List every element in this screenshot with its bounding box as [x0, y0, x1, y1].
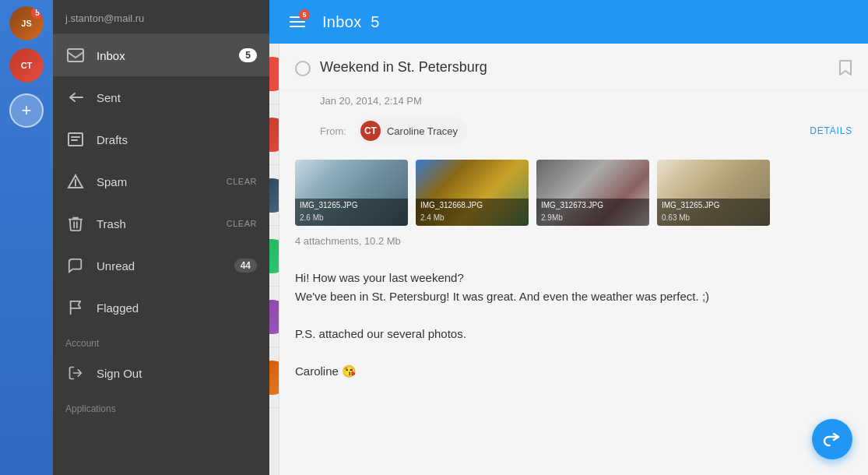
- spam-icon: [65, 171, 86, 192]
- user-avatar-1[interactable]: JS 5: [9, 6, 44, 40]
- menu-badge: 5: [299, 9, 310, 20]
- list-item-6[interactable]: [269, 347, 279, 408]
- list-item-2[interactable]: [269, 104, 279, 165]
- list-item-5[interactable]: [269, 287, 279, 347]
- sender-avatar: CT: [360, 121, 381, 141]
- sidebar-item-sent[interactable]: Sent: [53, 76, 269, 118]
- trash-clear-button[interactable]: CLEAR: [227, 219, 257, 228]
- trash-icon: [65, 213, 86, 234]
- unread-label: Unread: [97, 259, 234, 273]
- svg-rect-0: [68, 49, 83, 62]
- attachment-4[interactable]: IMG_31265.JPG 0.63 Mb: [657, 160, 770, 226]
- email-body: Hi! How was your last weekend? We've bee…: [279, 256, 868, 396]
- unread-badge: 44: [234, 259, 257, 273]
- reply-fab-button[interactable]: [812, 419, 852, 459]
- avatar-strip: JS 5 CT +: [0, 0, 53, 475]
- sidebar-item-signout[interactable]: Sign Out: [53, 352, 269, 394]
- attachment-1-filename: IMG_31265.JPG: [300, 201, 403, 209]
- list-item-4[interactable]: [269, 226, 279, 287]
- flagged-icon: [65, 297, 86, 318]
- attachment-2-filename: IMG_312668.JPG: [420, 201, 524, 209]
- inbox-label: Inbox: [97, 49, 239, 62]
- sidebar-item-unread[interactable]: Unread 44: [53, 245, 269, 287]
- signout-label: Sign Out: [97, 367, 257, 380]
- menu-button[interactable]: 5: [282, 6, 313, 37]
- attachment-2-size: 2.4 Mb: [420, 213, 445, 222]
- email-from-row: From: CT Caroline Tracey DETAILS: [279, 113, 868, 153]
- drafts-label: Drafts: [97, 133, 257, 146]
- sent-label: Sent: [97, 91, 257, 104]
- details-link[interactable]: DETAILS: [810, 125, 852, 136]
- inbox-badge: 5: [239, 48, 257, 62]
- body-ps: P.S. attached our several photos.: [295, 325, 852, 343]
- email-panel: Weekend in St. Petersburg Jan 20, 2014, …: [269, 44, 868, 475]
- sent-icon: [65, 87, 86, 107]
- sidebar-item-flagged[interactable]: Flagged: [53, 287, 269, 329]
- attachments-row: IMG_31265.JPG 2.6 Mb IMG_312668.JPG 2.4 …: [279, 153, 868, 232]
- trash-label: Trash: [97, 217, 227, 230]
- attachments-count: 4 attachments, 10.2 Mb: [279, 232, 868, 256]
- sidebar-item-inbox[interactable]: Inbox 5: [53, 34, 269, 76]
- body-text: Hi! How was your last weekend? We've bee…: [295, 269, 852, 306]
- signout-icon: [65, 363, 86, 383]
- add-account-button[interactable]: +: [9, 93, 44, 128]
- flagged-label: Flagged: [97, 301, 257, 315]
- email-list-strip: [269, 44, 279, 475]
- user-avatar-2[interactable]: CT: [9, 48, 44, 83]
- email-select-checkbox[interactable]: [295, 61, 311, 76]
- sender-name: Caroline Tracey: [387, 125, 458, 137]
- sidebar-item-spam[interactable]: Spam CLEAR: [53, 160, 269, 202]
- attachment-3[interactable]: IMG_312673.JPG 2.9Mb: [536, 160, 649, 226]
- topbar: 5 Inbox 5: [269, 0, 868, 44]
- email-subject-bar: Weekend in St. Petersburg: [279, 44, 868, 90]
- attachment-4-size: 0.63 Mb: [662, 213, 690, 222]
- spam-label: Spam: [97, 175, 227, 188]
- main-content: 5 Inbox 5: [269, 0, 868, 475]
- account-section-label: Account: [53, 329, 269, 352]
- email-date: Jan 20, 2014, 2:14 PM: [279, 90, 868, 113]
- unread-icon: [65, 255, 86, 276]
- list-item-3[interactable]: [269, 165, 279, 226]
- body-signature: Caroline 😘: [295, 362, 852, 381]
- sender-chip[interactable]: CT Caroline Tracey: [357, 118, 467, 144]
- topbar-title: Inbox 5: [322, 13, 380, 31]
- attachment-2[interactable]: IMG_312668.JPG 2.4 Mb: [416, 160, 529, 226]
- drafts-icon: [65, 129, 86, 150]
- sidebar: j.stanton@mail.ru Inbox 5 Sent Drafts Sp…: [53, 0, 269, 475]
- email-detail: Weekend in St. Petersburg Jan 20, 2014, …: [279, 44, 868, 475]
- attachment-4-filename: IMG_31265.JPG: [662, 201, 765, 209]
- attachment-3-size: 2.9Mb: [541, 213, 563, 222]
- list-item-1[interactable]: [269, 44, 279, 104]
- attachment-1[interactable]: IMG_31265.JPG 2.6 Mb: [295, 160, 408, 226]
- bookmark-icon[interactable]: [838, 59, 852, 80]
- from-label: From:: [320, 125, 346, 137]
- email-subject: Weekend in St. Petersburg: [320, 59, 487, 76]
- attachment-3-filename: IMG_312673.JPG: [541, 201, 645, 209]
- inbox-icon: [65, 45, 86, 65]
- user-badge-1: 5: [31, 6, 44, 19]
- sidebar-user-email: j.stanton@mail.ru: [53, 0, 269, 34]
- spam-clear-button[interactable]: CLEAR: [227, 177, 257, 186]
- attachment-1-size: 2.6 Mb: [300, 213, 324, 222]
- sidebar-item-drafts[interactable]: Drafts: [53, 118, 269, 160]
- applications-section-label: Applications: [53, 394, 269, 417]
- sidebar-item-trash[interactable]: Trash CLEAR: [53, 202, 269, 245]
